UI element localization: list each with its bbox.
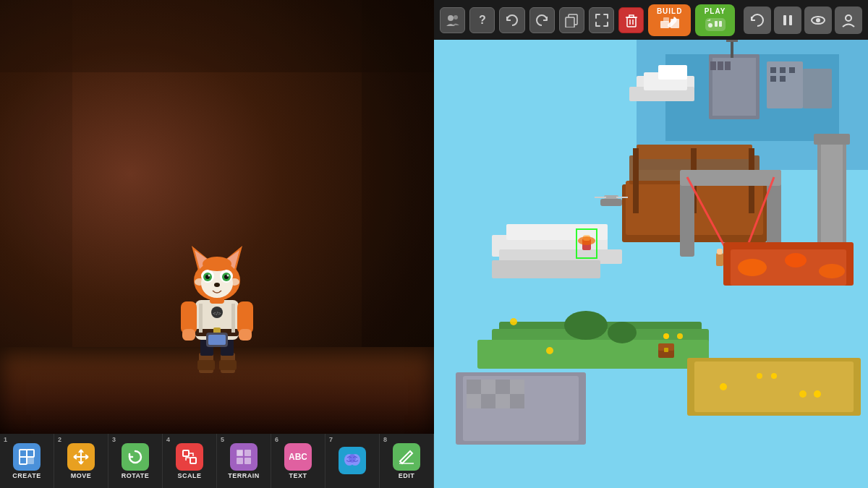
svg-rect-117 [492, 260, 600, 278]
play-icon [705, 15, 726, 33]
svg-rect-90 [731, 40, 733, 58]
svg-rect-97 [770, 76, 776, 82]
svg-rect-141 [495, 394, 510, 408]
tool-num-7: 7 [329, 436, 333, 443]
svg-rect-51 [237, 458, 243, 464]
svg-rect-68 [663, 17, 669, 22]
redo-button[interactable] [529, 7, 555, 33]
svg-rect-58 [399, 463, 414, 464]
right-panel: ? [434, 0, 868, 488]
svg-text:</>: </> [213, 310, 221, 317]
svg-point-130 [720, 383, 727, 390]
avatar-button[interactable] [835, 7, 862, 34]
svg-text:ABC: ABC [289, 452, 307, 462]
tool-num-4: 4 [166, 436, 170, 443]
create-icon [13, 443, 41, 471]
rotate-icon [122, 443, 149, 471]
svg-rect-53 [237, 450, 242, 455]
svg-point-157 [510, 318, 517, 325]
svg-rect-73 [783, 15, 786, 25]
svg-rect-87 [710, 61, 716, 70]
svg-rect-98 [780, 76, 786, 82]
svg-point-161 [799, 390, 807, 398]
svg-point-127 [819, 264, 845, 278]
svg-rect-94 [770, 67, 776, 73]
scale-tool-button[interactable]: 4 SCALE [163, 434, 217, 488]
play-label: PLAY [705, 7, 726, 15]
svg-rect-50 [244, 450, 251, 456]
tool-num-6: 6 [275, 436, 278, 443]
fullscreen-button[interactable] [589, 7, 614, 33]
move-tool-button[interactable]: 2 MOVE [54, 434, 109, 488]
svg-point-39 [227, 275, 229, 277]
svg-point-132 [814, 390, 821, 398]
svg-rect-88 [718, 61, 723, 70]
tool-num-2: 2 [58, 436, 61, 443]
svg-rect-152 [717, 249, 723, 254]
svg-point-126 [785, 253, 807, 267]
tool-num-5: 5 [221, 436, 224, 443]
svg-point-121 [564, 311, 608, 340]
svg-rect-147 [600, 199, 622, 206]
svg-rect-44 [27, 450, 34, 457]
build-tab[interactable]: BUILD [648, 4, 691, 36]
svg-rect-72 [719, 21, 722, 27]
svg-rect-103 [633, 148, 639, 213]
bottom-toolbar: 1 CREATE 2 MOVE [0, 434, 434, 488]
svg-rect-89 [725, 61, 731, 70]
character-viewport: </> [0, 0, 434, 434]
svg-point-122 [608, 322, 637, 343]
svg-rect-22 [208, 335, 226, 345]
svg-point-146 [578, 236, 595, 245]
svg-rect-3 [0, 0, 434, 72]
move-icon [67, 443, 95, 471]
text-tool-button[interactable]: 6 ABC TEXT [271, 434, 326, 488]
copy-button[interactable] [559, 7, 584, 33]
view-button[interactable] [804, 7, 832, 34]
svg-point-131 [771, 373, 777, 379]
rotate-tool-button[interactable]: 3 ROTATE [109, 434, 163, 488]
svg-rect-84 [658, 65, 687, 80]
users-button[interactable] [440, 7, 465, 33]
svg-rect-135 [467, 380, 481, 394]
edit-tool-button[interactable]: 8 EDIT [380, 434, 434, 488]
svg-rect-6 [197, 360, 215, 370]
build-label: BUILD [657, 7, 683, 15]
svg-rect-139 [467, 394, 481, 408]
create-tool-button[interactable]: 1 CREATE [0, 434, 54, 488]
svg-rect-43 [20, 450, 27, 457]
svg-point-59 [448, 15, 454, 21]
delete-button[interactable] [618, 7, 644, 33]
svg-point-60 [454, 15, 458, 20]
svg-rect-142 [510, 394, 524, 408]
svg-point-42 [203, 257, 231, 271]
rotate-label: ROTATE [122, 472, 150, 479]
scale-label: SCALE [177, 472, 201, 479]
tool-num-1: 1 [4, 436, 7, 443]
help-button[interactable]: ? [469, 7, 495, 33]
svg-point-159 [546, 347, 553, 354]
svg-rect-136 [481, 380, 495, 394]
svg-rect-93 [803, 69, 832, 108]
svg-point-76 [816, 18, 820, 22]
terrain-tool-button[interactable]: 5 TERRAIN [217, 434, 271, 488]
undo-button[interactable] [499, 7, 524, 33]
brain-tool-button[interactable]: 7 [326, 434, 380, 488]
play-tab[interactable]: PLAY [695, 4, 735, 36]
pause-button[interactable] [774, 7, 801, 34]
top-toolbar: ? [434, 0, 868, 40]
svg-point-125 [738, 259, 767, 276]
text-icon: ABC [284, 443, 312, 471]
edit-label: EDIT [399, 472, 415, 479]
right-controls [744, 7, 862, 34]
svg-rect-13 [199, 304, 203, 333]
svg-point-70 [708, 23, 712, 27]
move-label: MOVE [71, 472, 92, 479]
svg-rect-7 [219, 360, 237, 370]
svg-point-160 [757, 373, 762, 379]
svg-rect-151 [716, 253, 723, 266]
refresh-button[interactable] [744, 7, 771, 34]
world-map-viewport [434, 40, 868, 488]
svg-rect-46 [27, 457, 34, 464]
svg-rect-63 [627, 17, 636, 27]
